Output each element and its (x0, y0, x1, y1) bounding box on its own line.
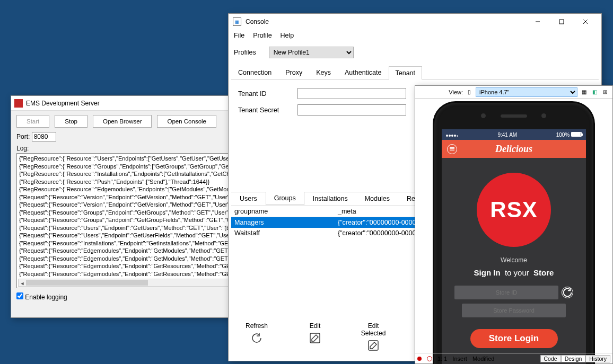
tenant-id-input[interactable] (297, 88, 406, 99)
refresh-button[interactable]: Refresh (238, 322, 275, 353)
profiles-label: Profiles (234, 49, 256, 56)
view-tab-code[interactable]: Code (540, 355, 561, 362)
tab-connection[interactable]: Connection (231, 66, 278, 79)
tenant-secret-label: Tenant Secret (238, 106, 297, 114)
open-browser-button[interactable]: Open Browser (93, 115, 152, 128)
ems-app-icon (14, 99, 23, 108)
record-dot-icon[interactable] (417, 357, 422, 361)
dtab-modules[interactable]: Modules (356, 192, 398, 206)
view-tab-design[interactable]: Design (561, 355, 586, 362)
stop-button[interactable]: Stop (55, 115, 87, 128)
toolbar-btn-1[interactable]: ▦ (580, 88, 588, 96)
toolbar-btn-3[interactable]: ⊞ (601, 88, 609, 96)
ide-panel: View: ▯ iPhone 4.7" ▦ ◧ ⊞ 9:41 AM 100% D… (415, 85, 613, 364)
console-app-icon: ▦ (233, 17, 241, 26)
profiles-select[interactable]: New Profile1 (269, 47, 354, 58)
device-select[interactable]: iPhone 4.7" (476, 87, 577, 97)
store-password-input[interactable] (462, 304, 566, 317)
menu-help[interactable]: Help (281, 32, 294, 39)
dtab-users[interactable]: Users (231, 192, 266, 206)
insert-mode: Insert (452, 356, 467, 362)
status-time: 9:41 AM (497, 132, 517, 138)
port-label: Port: (16, 133, 30, 140)
tab-proxy[interactable]: Proxy (278, 66, 309, 79)
phone-frame: 9:41 AM 100% Delicious RSX Welcome Sign … (434, 103, 593, 364)
design-canvas[interactable]: 9:41 AM 100% Delicious RSX Welcome Sign … (415, 99, 612, 353)
tab-tenant[interactable]: Tenant (389, 66, 423, 79)
grid-col-meta[interactable]: _meta (338, 208, 356, 215)
edit-selected-icon (367, 339, 380, 352)
store-login-button[interactable]: Store Login (470, 329, 558, 348)
enable-logging-checkbox[interactable]: Enable logging (16, 294, 67, 301)
welcome-text: Welcome (450, 256, 577, 264)
start-button[interactable]: Start (16, 115, 49, 128)
store-id-input[interactable] (454, 286, 558, 299)
refresh-store-icon[interactable] (562, 287, 573, 298)
view-label: View: (449, 89, 463, 95)
rsx-logo: RSX (477, 173, 551, 247)
status-pct: 100% (556, 132, 570, 138)
app-header: Delicious (442, 140, 586, 158)
record-ring-icon[interactable] (427, 356, 432, 361)
toolbar-btn-2[interactable]: ◧ (590, 88, 599, 96)
phone-speaker (501, 114, 527, 118)
edit-button[interactable]: Edit (296, 322, 334, 353)
modified-status: Modified (472, 356, 495, 362)
app-brand: Delicious (495, 144, 532, 155)
refresh-icon (250, 332, 263, 344)
device-icon: ▯ (465, 88, 474, 96)
signin-line: Sign In to your Store (450, 268, 577, 277)
scroll-left-icon[interactable]: ◄ (19, 280, 25, 286)
close-button[interactable] (573, 14, 597, 30)
tenant-id-label: Tenant ID (238, 90, 297, 97)
svg-rect-1 (559, 20, 564, 24)
signal-icon (446, 132, 459, 138)
tenant-secret-input[interactable] (297, 104, 406, 116)
port-input[interactable] (32, 132, 56, 141)
phone-sensor (481, 113, 486, 118)
tab-keys[interactable]: Keys (309, 66, 338, 79)
console-title-text: Console (246, 18, 526, 25)
hamburger-menu-icon[interactable] (447, 144, 457, 154)
ems-title-text: EMS Development Server (26, 100, 100, 107)
open-console-button[interactable]: Open Console (157, 115, 216, 128)
grid-col-groupname[interactable]: groupname (234, 208, 338, 215)
edit-selected-button[interactable]: Edit Selected (355, 322, 392, 353)
cursor-pos: 1: 1 (437, 356, 447, 362)
maximize-button[interactable] (549, 14, 573, 30)
edit-icon (309, 332, 321, 344)
scroll-thumb[interactable] (26, 280, 148, 286)
menu-profile[interactable]: Profile (253, 32, 272, 39)
view-tab-history[interactable]: History (585, 355, 610, 362)
battery-icon (571, 132, 582, 137)
console-titlebar[interactable]: ▦ Console (229, 14, 601, 30)
minimize-button[interactable] (526, 14, 549, 30)
phone-statusbar: 9:41 AM 100% (442, 129, 586, 140)
ide-statusbar: 1: 1 Insert Modified Code Design History (415, 353, 612, 363)
tab-authenticate[interactable]: Authenticate (338, 66, 389, 79)
dtab-installations[interactable]: Installations (304, 192, 356, 206)
phone-camera (541, 113, 546, 118)
dtab-groups[interactable]: Groups (266, 192, 304, 205)
menu-file[interactable]: File (234, 32, 244, 39)
